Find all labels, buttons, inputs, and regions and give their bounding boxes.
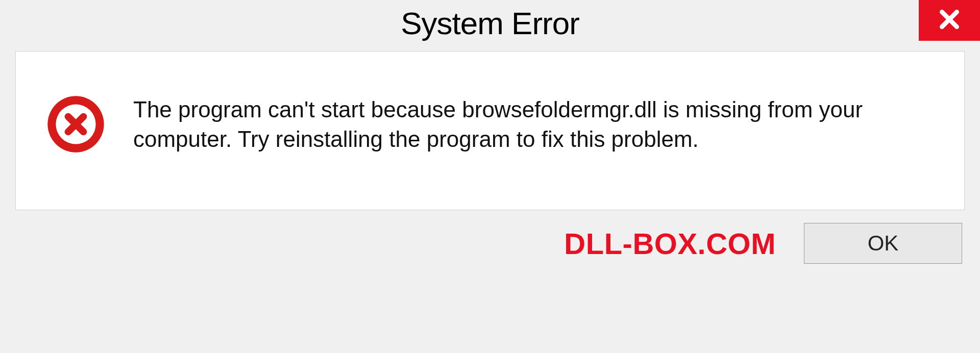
error-icon <box>46 95 105 154</box>
error-message: The program can't start because browsefo… <box>133 95 934 153</box>
close-icon <box>937 7 962 34</box>
ok-button-label: OK <box>868 231 899 256</box>
ok-button[interactable]: OK <box>804 223 962 264</box>
dialog-footer: DLL-BOX.COM OK <box>0 210 980 264</box>
watermark-text: DLL-BOX.COM <box>564 226 776 261</box>
close-button[interactable] <box>919 0 980 41</box>
error-dialog: System Error The program can't start bec… <box>0 0 980 353</box>
title-bar: System Error <box>0 0 980 51</box>
dialog-title: System Error <box>401 5 579 41</box>
content-panel: The program can't start because browsefo… <box>15 51 965 210</box>
